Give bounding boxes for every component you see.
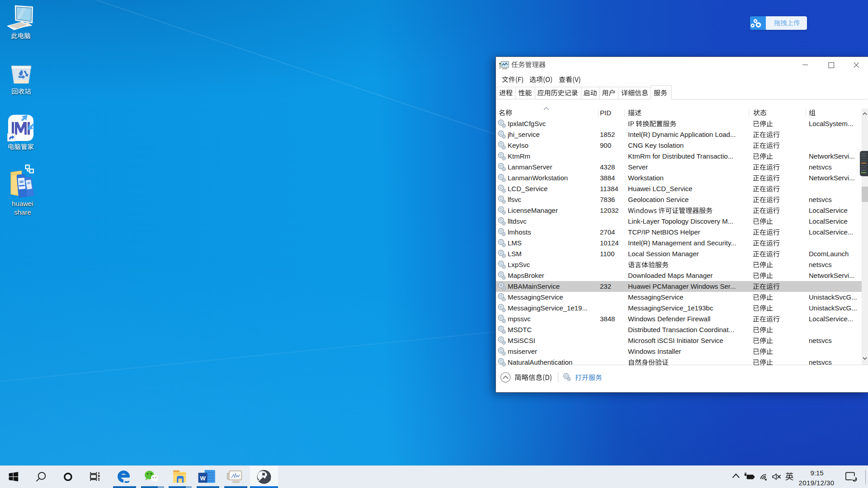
svg-text:W: W xyxy=(200,475,206,482)
